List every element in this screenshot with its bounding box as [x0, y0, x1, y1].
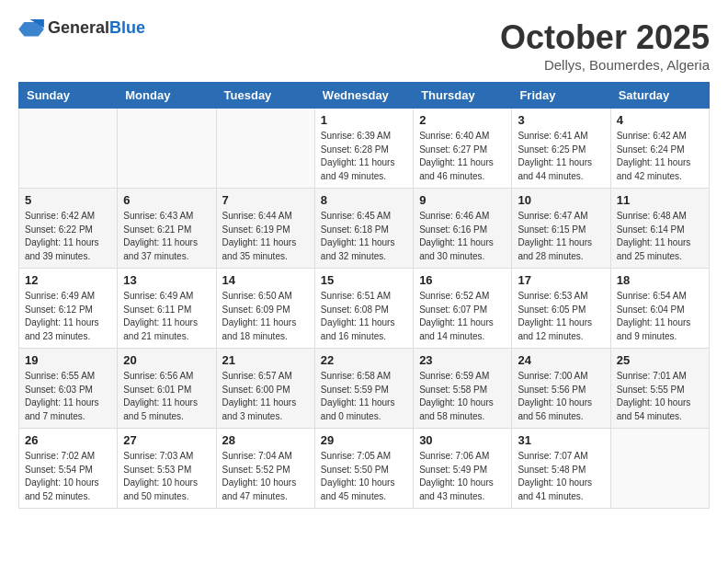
calendar-cell: 10Sunrise: 6:47 AM Sunset: 6:15 PM Dayli… [512, 189, 610, 269]
calendar-cell: 23Sunrise: 6:59 AM Sunset: 5:58 PM Dayli… [414, 349, 512, 429]
month-title: October 2025 [500, 18, 710, 57]
weekday-header-wednesday: Wednesday [314, 83, 413, 109]
weekday-header-monday: Monday [118, 83, 216, 109]
weekday-header-sunday: Sunday [19, 83, 118, 109]
day-info: Sunrise: 6:40 AM Sunset: 6:27 PM Dayligh… [419, 130, 506, 183]
calendar-cell: 20Sunrise: 6:56 AM Sunset: 6:01 PM Dayli… [118, 349, 216, 429]
calendar-cell: 22Sunrise: 6:58 AM Sunset: 5:59 PM Dayli… [314, 349, 413, 429]
calendar-cell: 16Sunrise: 6:52 AM Sunset: 6:07 PM Dayli… [414, 269, 512, 349]
calendar-week-row: 5Sunrise: 6:42 AM Sunset: 6:22 PM Daylig… [19, 189, 710, 269]
day-number: 22 [321, 353, 407, 367]
day-number: 28 [222, 433, 309, 447]
day-info: Sunrise: 6:57 AM Sunset: 6:00 PM Dayligh… [222, 370, 309, 423]
day-number: 7 [222, 193, 309, 207]
day-number: 15 [321, 273, 407, 287]
logo-text-blue: Blue [109, 18, 145, 37]
day-number: 25 [617, 353, 703, 367]
day-number: 9 [419, 193, 506, 207]
day-number: 30 [419, 433, 506, 447]
day-number: 14 [222, 273, 309, 287]
day-number: 20 [123, 353, 210, 367]
day-info: Sunrise: 6:49 AM Sunset: 6:11 PM Dayligh… [123, 290, 210, 343]
day-info: Sunrise: 6:44 AM Sunset: 6:19 PM Dayligh… [222, 210, 309, 263]
day-number: 17 [518, 273, 604, 287]
day-info: Sunrise: 6:50 AM Sunset: 6:09 PM Dayligh… [222, 290, 309, 343]
day-info: Sunrise: 6:47 AM Sunset: 6:15 PM Dayligh… [518, 210, 604, 263]
day-info: Sunrise: 6:56 AM Sunset: 6:01 PM Dayligh… [123, 370, 210, 423]
day-info: Sunrise: 6:43 AM Sunset: 6:21 PM Dayligh… [123, 210, 210, 263]
day-number: 16 [419, 273, 506, 287]
calendar-cell: 18Sunrise: 6:54 AM Sunset: 6:04 PM Dayli… [610, 269, 709, 349]
page-header: GeneralBlue October 2025 Dellys, Boumerd… [18, 18, 710, 73]
day-number: 1 [321, 113, 407, 127]
day-number: 11 [617, 193, 703, 207]
day-info: Sunrise: 7:02 AM Sunset: 5:54 PM Dayligh… [25, 450, 111, 503]
title-area: October 2025 Dellys, Boumerdes, Algeria [500, 18, 710, 73]
day-number: 4 [617, 113, 703, 127]
calendar-cell: 21Sunrise: 6:57 AM Sunset: 6:00 PM Dayli… [216, 349, 314, 429]
weekday-header-row: SundayMondayTuesdayWednesdayThursdayFrid… [19, 83, 710, 109]
day-info: Sunrise: 6:49 AM Sunset: 6:12 PM Dayligh… [25, 290, 111, 343]
calendar-cell: 28Sunrise: 7:04 AM Sunset: 5:52 PM Dayli… [216, 429, 314, 509]
calendar-cell: 2Sunrise: 6:40 AM Sunset: 6:27 PM Daylig… [414, 109, 512, 189]
weekday-header-thursday: Thursday [414, 83, 512, 109]
day-number: 2 [419, 113, 506, 127]
calendar-cell: 1Sunrise: 6:39 AM Sunset: 6:28 PM Daylig… [314, 109, 413, 189]
day-info: Sunrise: 6:51 AM Sunset: 6:08 PM Dayligh… [321, 290, 407, 343]
weekday-header-tuesday: Tuesday [216, 83, 314, 109]
day-info: Sunrise: 6:48 AM Sunset: 6:14 PM Dayligh… [617, 210, 703, 263]
calendar-cell: 6Sunrise: 6:43 AM Sunset: 6:21 PM Daylig… [118, 189, 216, 269]
calendar-cell: 24Sunrise: 7:00 AM Sunset: 5:56 PM Dayli… [512, 349, 610, 429]
day-number: 31 [518, 433, 604, 447]
calendar-cell: 5Sunrise: 6:42 AM Sunset: 6:22 PM Daylig… [19, 189, 118, 269]
day-info: Sunrise: 6:52 AM Sunset: 6:07 PM Dayligh… [419, 290, 506, 343]
day-info: Sunrise: 7:04 AM Sunset: 5:52 PM Dayligh… [222, 450, 309, 503]
day-number: 3 [518, 113, 604, 127]
day-number: 26 [25, 433, 111, 447]
day-number: 6 [123, 193, 210, 207]
logo-icon [18, 19, 44, 38]
day-info: Sunrise: 7:06 AM Sunset: 5:49 PM Dayligh… [419, 450, 506, 503]
day-number: 5 [25, 193, 111, 207]
calendar-cell: 30Sunrise: 7:06 AM Sunset: 5:49 PM Dayli… [414, 429, 512, 509]
calendar-cell: 9Sunrise: 6:46 AM Sunset: 6:16 PM Daylig… [414, 189, 512, 269]
day-number: 29 [321, 433, 407, 447]
calendar-cell [216, 109, 314, 189]
calendar-cell: 13Sunrise: 6:49 AM Sunset: 6:11 PM Dayli… [118, 269, 216, 349]
day-info: Sunrise: 7:00 AM Sunset: 5:56 PM Dayligh… [518, 370, 604, 423]
day-info: Sunrise: 6:39 AM Sunset: 6:28 PM Dayligh… [321, 130, 407, 183]
calendar-cell: 17Sunrise: 6:53 AM Sunset: 6:05 PM Dayli… [512, 269, 610, 349]
calendar-cell: 25Sunrise: 7:01 AM Sunset: 5:55 PM Dayli… [610, 349, 709, 429]
calendar-table: SundayMondayTuesdayWednesdayThursdayFrid… [18, 82, 710, 509]
day-number: 18 [617, 273, 703, 287]
day-number: 21 [222, 353, 309, 367]
calendar-week-row: 12Sunrise: 6:49 AM Sunset: 6:12 PM Dayli… [19, 269, 710, 349]
calendar-cell: 11Sunrise: 6:48 AM Sunset: 6:14 PM Dayli… [610, 189, 709, 269]
day-number: 12 [25, 273, 111, 287]
day-info: Sunrise: 7:05 AM Sunset: 5:50 PM Dayligh… [321, 450, 407, 503]
day-info: Sunrise: 6:45 AM Sunset: 6:18 PM Dayligh… [321, 210, 407, 263]
calendar-cell: 15Sunrise: 6:51 AM Sunset: 6:08 PM Dayli… [314, 269, 413, 349]
day-info: Sunrise: 6:54 AM Sunset: 6:04 PM Dayligh… [617, 290, 703, 343]
calendar-week-row: 1Sunrise: 6:39 AM Sunset: 6:28 PM Daylig… [19, 109, 710, 189]
weekday-header-friday: Friday [512, 83, 610, 109]
calendar-cell: 3Sunrise: 6:41 AM Sunset: 6:25 PM Daylig… [512, 109, 610, 189]
day-info: Sunrise: 6:58 AM Sunset: 5:59 PM Dayligh… [321, 370, 407, 423]
calendar-cell: 31Sunrise: 7:07 AM Sunset: 5:48 PM Dayli… [512, 429, 610, 509]
day-info: Sunrise: 6:55 AM Sunset: 6:03 PM Dayligh… [25, 370, 111, 423]
calendar-cell: 19Sunrise: 6:55 AM Sunset: 6:03 PM Dayli… [19, 349, 118, 429]
calendar-cell [610, 429, 709, 509]
calendar-cell: 7Sunrise: 6:44 AM Sunset: 6:19 PM Daylig… [216, 189, 314, 269]
logo-text-general: General [48, 18, 109, 37]
day-info: Sunrise: 6:46 AM Sunset: 6:16 PM Dayligh… [419, 210, 506, 263]
calendar-cell: 14Sunrise: 6:50 AM Sunset: 6:09 PM Dayli… [216, 269, 314, 349]
day-info: Sunrise: 6:53 AM Sunset: 6:05 PM Dayligh… [518, 290, 604, 343]
calendar-cell: 26Sunrise: 7:02 AM Sunset: 5:54 PM Dayli… [19, 429, 118, 509]
day-number: 23 [419, 353, 506, 367]
logo: GeneralBlue [18, 18, 145, 38]
calendar-cell: 29Sunrise: 7:05 AM Sunset: 5:50 PM Dayli… [314, 429, 413, 509]
calendar-cell [118, 109, 216, 189]
day-info: Sunrise: 6:59 AM Sunset: 5:58 PM Dayligh… [419, 370, 506, 423]
calendar-cell: 27Sunrise: 7:03 AM Sunset: 5:53 PM Dayli… [118, 429, 216, 509]
day-info: Sunrise: 7:07 AM Sunset: 5:48 PM Dayligh… [518, 450, 604, 503]
